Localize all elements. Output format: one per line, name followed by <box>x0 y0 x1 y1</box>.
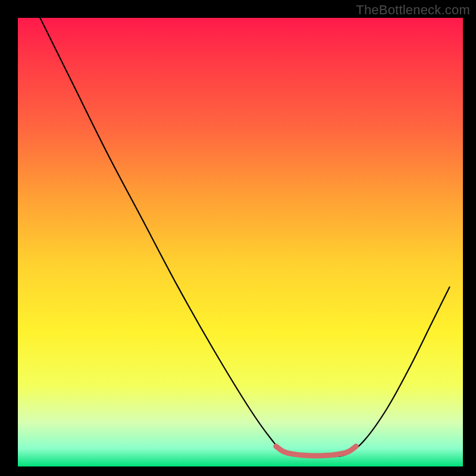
watermark-text: TheBottleneck.com <box>356 2 470 18</box>
chart-svg <box>0 0 476 476</box>
gradient-background <box>18 18 463 466</box>
chart-container: TheBottleneck.com <box>0 0 476 476</box>
chart-stage <box>0 0 476 476</box>
